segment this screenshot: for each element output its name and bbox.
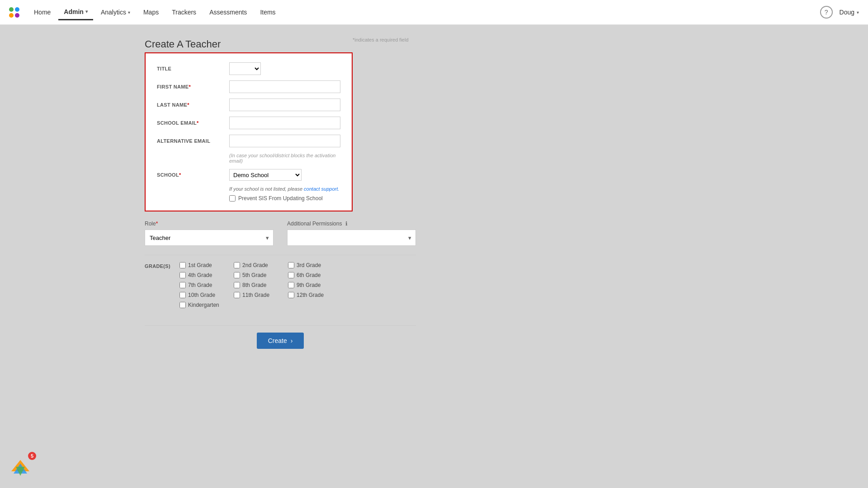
grade-6th: 6th Grade (288, 272, 333, 278)
lastname-input[interactable] (229, 99, 340, 111)
permissions-field-group: Additional Permissions ℹ (287, 221, 416, 246)
prevent-sis-row: Prevent SIS From Updating School (229, 195, 340, 202)
grade-10th-checkbox[interactable] (179, 292, 186, 298)
role-dropdown-wrapper: Teacher Admin (145, 230, 274, 246)
nav-admin[interactable]: Admin ▾ (58, 5, 93, 20)
nav-maps[interactable]: Maps (138, 5, 164, 19)
grade-12th-checkbox[interactable] (288, 292, 294, 298)
grade-8th: 8th Grade (234, 282, 279, 288)
nav-items: Home Admin ▾ Analytics ▾ Maps Trackers A… (28, 5, 820, 20)
grade-7th: 7th Grade (179, 282, 225, 288)
grade-kindergarten-checkbox[interactable] (179, 302, 186, 308)
school-email-input[interactable] (229, 117, 340, 129)
school-select[interactable]: Demo School (229, 169, 302, 181)
grade-11th-checkbox[interactable] (234, 292, 240, 298)
grade-9th-checkbox[interactable] (288, 282, 294, 288)
grade-7th-label: 7th Grade (188, 282, 212, 288)
role-field-group: Role* Teacher Admin (145, 221, 274, 246)
grade-1st: 1st Grade (179, 262, 225, 268)
nav-trackers[interactable]: Trackers (166, 5, 202, 19)
grade-8th-label: 8th Grade (242, 282, 266, 288)
lastname-row: LAST NAME* (157, 99, 340, 111)
grade-4th: 4th Grade (179, 272, 225, 278)
nav-items[interactable]: Items (255, 5, 281, 19)
grades-row-5: Kindergarten (179, 302, 333, 308)
create-button[interactable]: Create › (257, 333, 304, 349)
grade-10th-label: 10th Grade (188, 292, 215, 298)
grades-flex: GRADE(S) 1st Grade 2nd Grade (145, 262, 416, 312)
grade-1st-checkbox[interactable] (179, 262, 186, 268)
grade-4th-label: 4th Grade (188, 272, 212, 278)
firstname-row: FIRST NAME* (157, 80, 340, 93)
grade-12th: 12th Grade (288, 292, 333, 298)
main-content: Create A Teacher *indicates a required f… (0, 25, 542, 349)
create-row: Create › (145, 333, 416, 349)
permissions-label: Additional Permissions ℹ (287, 221, 416, 227)
permissions-select[interactable] (287, 230, 416, 246)
school-row: SCHOOL* Demo School (157, 169, 340, 181)
grade-7th-checkbox[interactable] (179, 282, 186, 288)
nav-assessments[interactable]: Assessments (204, 5, 252, 19)
page-title: Create A Teacher (145, 38, 542, 50)
grade-5th-label: 5th Grade (242, 272, 266, 278)
grade-3rd-checkbox[interactable] (288, 262, 294, 268)
grades-row-4: 10th Grade 11th Grade 12th Grade (179, 292, 333, 298)
title-select[interactable]: Mr Mrs Ms Dr (229, 62, 261, 75)
alt-email-label: ALTERNATIVE EMAIL (157, 138, 229, 144)
grade-3rd: 3rd Grade (288, 262, 333, 268)
grades-row-1: 1st Grade 2nd Grade 3rd Grade (179, 262, 333, 268)
title-label: TITLE (157, 66, 229, 71)
grade-9th-label: 9th Grade (297, 282, 321, 288)
create-button-arrow-icon: › (291, 337, 293, 344)
divider-bottom (145, 325, 416, 326)
school-not-listed-note: If your school is not listed, please con… (229, 186, 340, 192)
navbar-right: ? Doug ▾ (820, 6, 859, 19)
required-note: *indicates a required field (353, 37, 409, 42)
prevent-sis-label: Prevent SIS From Updating School (238, 195, 323, 202)
form-section-required: TITLE Mr Mrs Ms Dr FIRST NAME* (145, 52, 353, 211)
grade-2nd-checkbox[interactable] (234, 262, 240, 268)
school-email-row: SCHOOL EMAIL* (157, 117, 340, 129)
widget-badge: 5 (28, 452, 36, 460)
grade-1st-label: 1st Grade (188, 262, 212, 268)
grade-4th-checkbox[interactable] (179, 272, 186, 278)
nav-analytics[interactable]: Analytics ▾ (95, 5, 136, 19)
grade-kindergarten-label: Kindergarten (188, 302, 219, 308)
role-permissions-row: Role* Teacher Admin Additional Permissio… (145, 221, 416, 246)
grade-2nd: 2nd Grade (234, 262, 279, 268)
alt-email-input[interactable] (229, 135, 340, 147)
grades-row-2: 4th Grade 5th Grade 6th Grade (179, 272, 333, 278)
grade-5th-checkbox[interactable] (234, 272, 240, 278)
grades-grid: 1st Grade 2nd Grade 3rd Grade (179, 262, 333, 312)
nav-home[interactable]: Home (28, 5, 56, 19)
user-name: Doug (840, 9, 854, 16)
role-select[interactable]: Teacher Admin (145, 230, 274, 246)
help-button[interactable]: ? (820, 6, 833, 19)
grade-6th-checkbox[interactable] (288, 272, 294, 278)
title-row: TITLE Mr Mrs Ms Dr (157, 62, 340, 75)
alt-email-note: (In case your school/district blocks the… (229, 153, 340, 164)
firstname-input[interactable] (229, 80, 340, 93)
role-label: Role* (145, 221, 274, 227)
contact-support-link[interactable]: contact support. (304, 186, 339, 192)
grade-5th: 5th Grade (234, 272, 279, 278)
grades-row-3: 7th Grade 8th Grade 9th Grade (179, 282, 333, 288)
school-label: SCHOOL* (157, 172, 229, 178)
prevent-sis-checkbox[interactable] (229, 195, 236, 202)
school-email-label: SCHOOL EMAIL* (157, 120, 229, 126)
navbar: Home Admin ▾ Analytics ▾ Maps Trackers A… (0, 0, 868, 25)
grade-11th-label: 11th Grade (242, 292, 269, 298)
grade-12th-label: 12th Grade (297, 292, 324, 298)
grade-11th: 11th Grade (234, 292, 279, 298)
admin-chevron-icon: ▾ (85, 9, 88, 14)
grade-9th: 9th Grade (288, 282, 333, 288)
grade-10th: 10th Grade (179, 292, 225, 298)
user-chevron-icon: ▾ (857, 10, 859, 15)
alt-email-row: ALTERNATIVE EMAIL (157, 135, 340, 147)
lastname-label: LAST NAME* (157, 102, 229, 108)
grade-6th-label: 6th Grade (297, 272, 321, 278)
analytics-chevron-icon: ▾ (128, 10, 130, 15)
grade-8th-checkbox[interactable] (234, 282, 240, 288)
bottom-widget[interactable]: 5 (9, 452, 36, 479)
user-menu[interactable]: Doug ▾ (840, 9, 859, 16)
